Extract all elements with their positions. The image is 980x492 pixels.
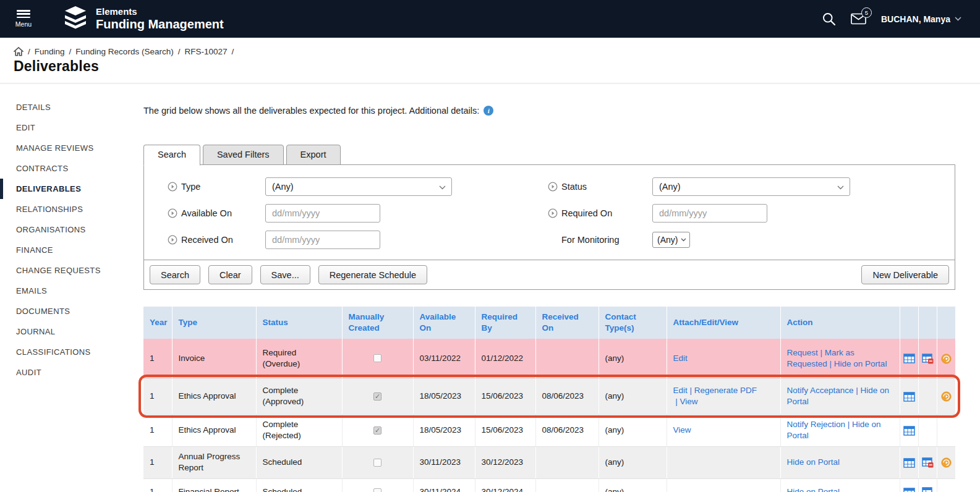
column-header-action[interactable]: Action (780, 307, 900, 339)
sidebar-item-contracts[interactable]: CONTRACTS (0, 158, 143, 179)
manually-created-cell (342, 378, 413, 414)
link-separator: | (854, 386, 861, 395)
icon-cell (900, 414, 918, 446)
column-header-available-on[interactable]: Available On (413, 307, 475, 339)
column-header-received-on[interactable]: Received On (535, 307, 599, 339)
sidebar-item-organisations[interactable]: ORGANISATIONS (0, 219, 143, 240)
brand-line2: Funding Management (96, 17, 224, 32)
table-row-ethics-approval-1: 1Ethics ApprovalComplete (Approved)18/05… (143, 378, 955, 414)
sidebar-item-emails[interactable]: EMAILS (0, 281, 143, 301)
sidebar-item-deliverables[interactable]: DELIVERABLES (0, 179, 143, 199)
breadcrumb-item-rfs-10027[interactable]: RFS-10027 (184, 47, 227, 56)
available-on-cell: 30/11/2024 (413, 478, 475, 492)
sidebar: DETAILSEDITMANAGE REVIEWSCONTRACTSDELIVE… (0, 83, 143, 492)
available-on-filter-label: Available On (181, 208, 265, 218)
sidebar-item-manage-reviews[interactable]: MANAGE REVIEWS (0, 138, 143, 158)
brand[interactable]: Elements Funding Management (63, 6, 224, 32)
icon-cell (918, 446, 937, 478)
tab-saved-filters[interactable]: Saved Filters (203, 145, 284, 165)
sidebar-item-relationships[interactable]: RELATIONSHIPS (0, 199, 143, 219)
sidebar-item-details[interactable]: DETAILS (0, 97, 143, 117)
attach-link-regenerate-pdf[interactable]: Regenerate PDF (694, 386, 757, 395)
regenerate-schedule-button[interactable]: Regenerate Schedule (318, 265, 427, 284)
spreadsheet-icon[interactable] (903, 426, 915, 436)
attach-link-edit[interactable]: Edit (673, 354, 688, 363)
mail-icon[interactable]: 5 (851, 13, 866, 25)
icon-cell (900, 446, 918, 478)
sidebar-item-classifications[interactable]: CLASSIFICATIONS (0, 342, 143, 362)
action-link-request[interactable]: Request (787, 348, 818, 357)
column-header-status[interactable]: Status (256, 307, 342, 339)
type-filter-dropdown[interactable]: (Any) (265, 177, 452, 196)
field-expander-icon[interactable] (548, 208, 558, 218)
sidebar-item-finance[interactable]: FINANCE (0, 240, 143, 260)
status-cell: Complete (Approved) (256, 378, 342, 414)
column-header-contact-type-s[interactable]: Contact Type(s) (599, 307, 667, 339)
spreadsheet-icon[interactable] (903, 488, 915, 492)
field-expander-icon[interactable] (168, 182, 177, 192)
column-header-required-by[interactable]: Required By (475, 307, 535, 339)
save-button[interactable]: Save... (260, 265, 310, 284)
clear-button[interactable]: Clear (208, 265, 252, 284)
action-link-notify-rejection[interactable]: Notify Rejection (787, 420, 846, 429)
breadcrumb-item-funding[interactable]: Funding (35, 47, 65, 56)
column-header-year[interactable]: Year (143, 307, 172, 339)
history-icon[interactable] (941, 391, 952, 402)
history-icon[interactable] (941, 354, 952, 364)
history-icon[interactable] (941, 457, 952, 468)
new-deliverable-button[interactable]: New Deliverable (861, 265, 949, 284)
status-filter-dropdown[interactable]: (Any) (652, 177, 850, 196)
sidebar-item-change-requests[interactable]: CHANGE REQUESTS (0, 260, 143, 281)
attach-link-edit[interactable]: Edit (673, 386, 688, 395)
field-expander-icon[interactable] (548, 182, 558, 192)
sidebar-item-audit[interactable]: AUDIT (0, 362, 143, 383)
table-header-row: YearTypeStatusManually CreatedAvailable … (143, 307, 955, 339)
sidebar-item-journal[interactable]: JOURNAL (0, 321, 143, 342)
tab-export[interactable]: Export (286, 145, 341, 165)
column-header-attach-edit-view[interactable]: Attach/Edit/View (667, 307, 780, 339)
search-button[interactable]: Search (150, 265, 200, 284)
link-separator: | (688, 386, 694, 395)
action-link-hide-on-portal[interactable]: Hide on Portal (787, 487, 840, 492)
attach-link-view[interactable]: View (673, 425, 691, 435)
breadcrumb-item-funding-records-search[interactable]: Funding Records (Search) (75, 47, 173, 56)
column-header-type[interactable]: Type (172, 307, 256, 339)
home-icon[interactable] (14, 47, 23, 56)
navbar-right: 5 BUCHAN, Manya (822, 12, 980, 26)
required-by-cell: 30/12/2024 (475, 478, 535, 492)
contact-types-cell: (any) (599, 478, 667, 492)
user-menu[interactable]: BUCHAN, Manya (881, 14, 961, 24)
field-expander-icon[interactable] (168, 208, 177, 218)
required-on-input[interactable] (652, 204, 767, 223)
search-icon[interactable] (822, 12, 836, 26)
for-monitoring-filter-label: For Monitoring (561, 235, 652, 245)
status-cell: Required (Overdue) (256, 339, 342, 378)
spreadsheet-icon[interactable] (903, 354, 915, 363)
action-link-hide-on-portal[interactable]: Hide on Portal (834, 359, 887, 368)
action-cell: Notify Acceptance | Hide on Portal (780, 378, 900, 414)
received-on-input[interactable] (265, 231, 380, 249)
available-on-input[interactable] (265, 204, 380, 223)
field-expander-icon[interactable] (168, 235, 177, 245)
attach-link-view[interactable]: View (680, 397, 698, 406)
spreadsheet-remove-icon[interactable] (922, 354, 934, 364)
spreadsheet-icon[interactable] (903, 392, 915, 402)
sidebar-item-edit[interactable]: EDIT (0, 117, 143, 138)
spreadsheet-icon[interactable] (903, 458, 915, 468)
action-link-notify-acceptance[interactable]: Notify Acceptance (787, 386, 854, 395)
column-header-manually-created[interactable]: Manually Created (342, 307, 413, 339)
for-monitoring-select[interactable]: (Any) (652, 232, 690, 248)
spreadsheet-remove-icon[interactable] (922, 487, 934, 492)
spreadsheet-remove-icon[interactable] (922, 457, 934, 468)
manually-created-checkbox (373, 392, 381, 401)
tab-search[interactable]: Search (143, 145, 200, 166)
sidebar-item-documents[interactable]: DOCUMENTS (0, 301, 143, 321)
info-icon[interactable]: i (484, 106, 493, 116)
link-separator: | (845, 420, 852, 429)
action-cell: Hide on Portal (780, 478, 900, 492)
action-link-hide-on-portal[interactable]: Hide on Portal (787, 457, 840, 467)
mail-badge: 5 (861, 7, 872, 18)
status-cell: Scheduled (256, 446, 342, 478)
menu-button[interactable]: Menu (0, 10, 47, 28)
link-separator: | (673, 397, 680, 406)
